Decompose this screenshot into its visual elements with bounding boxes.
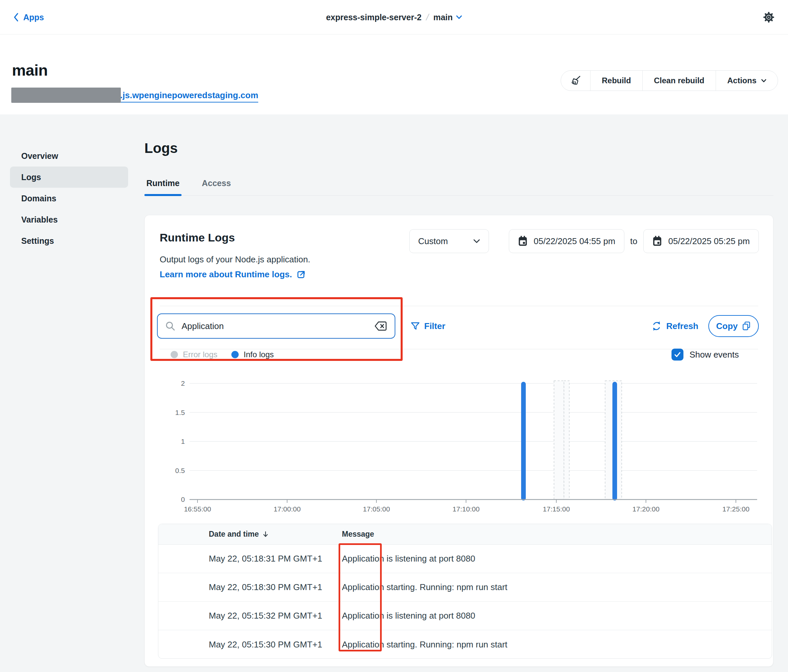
runtime-logs-title: Runtime Logs <box>160 231 235 244</box>
table-row[interactable]: May 22, 05:15:30 PM GMT+1 Application st… <box>158 630 772 659</box>
sidebar-item-logs[interactable]: Logs <box>10 166 128 188</box>
rebuild-button[interactable]: Rebuild <box>591 71 642 90</box>
breadcrumb-app-name: express-simple-server-2 <box>326 13 421 22</box>
x-tick: 17:25:00 <box>722 505 750 513</box>
x-tick: 17:00:00 <box>273 505 301 513</box>
bar-chart-svg: 2 1.5 1 0.5 0 <box>166 374 767 516</box>
runtime-logs-card: Runtime Logs Output logs of your Node.js… <box>145 215 774 667</box>
chevron-down-icon <box>761 79 766 82</box>
calendar-icon <box>652 236 662 247</box>
filter-label: Filter <box>424 321 445 331</box>
environment-header: main .js.wpenginepoweredstaging.com <box>0 35 788 114</box>
x-tick: 16:55:00 <box>184 505 211 513</box>
log-message: Application is listening at port 8080 <box>342 611 772 621</box>
app-logs-page: Apps express-simple-server-2 / main <box>0 0 788 672</box>
logs-table: Date and time Message May 22, 05:18:31 P… <box>158 524 772 659</box>
redaction-overlay <box>11 87 121 103</box>
content-area: Overview Logs Domains Variables Settings… <box>0 114 788 672</box>
x-tick: 17:20:00 <box>632 505 659 513</box>
broom-icon <box>570 75 581 86</box>
search-input[interactable] <box>181 321 374 331</box>
datetime-header-label: Date and time <box>209 530 259 539</box>
filter-funnel-icon <box>410 321 420 331</box>
environment-dropdown[interactable]: main <box>433 13 462 22</box>
search-icon <box>165 321 176 331</box>
gear-icon <box>761 10 776 25</box>
y-tick-1: 1 <box>181 437 185 445</box>
breadcrumb: express-simple-server-2 / main <box>0 0 788 35</box>
time-range-controls: Custom 05/22/2025 04:55 pm <box>409 229 759 253</box>
sidebar-item-variables[interactable]: Variables <box>10 209 128 230</box>
sidebar-item-settings[interactable]: Settings <box>10 230 128 251</box>
range-preset-value: Custom <box>418 236 448 246</box>
environment-url-visible: .js.wpenginepoweredstaging.com <box>120 90 258 100</box>
top-bar: Apps express-simple-server-2 / main <box>0 0 788 35</box>
checkmark-icon <box>673 350 682 359</box>
refresh-button[interactable]: Refresh <box>651 315 698 337</box>
table-row[interactable]: May 22, 05:15:32 PM GMT+1 Application is… <box>158 602 772 630</box>
learn-more-label: Learn more about Runtime logs. <box>160 269 292 280</box>
x-tick: 17:05:00 <box>363 505 390 513</box>
info-logs-label: Info logs <box>244 350 274 359</box>
clean-rebuild-button[interactable]: Clean rebuild <box>643 71 716 90</box>
breadcrumb-separator: / <box>425 12 430 22</box>
chart-legend: Error logs Info logs <box>171 347 274 362</box>
calendar-icon <box>518 236 528 247</box>
range-preset-select[interactable]: Custom <box>409 229 489 253</box>
logs-tabs: Runtime Access <box>145 176 774 196</box>
range-to-value: 05/22/2025 05:25 pm <box>668 236 750 246</box>
error-logs-label: Error logs <box>183 350 218 359</box>
breadcrumb-environment-label: main <box>433 13 453 22</box>
chevron-down-icon <box>473 239 480 244</box>
tab-runtime[interactable]: Runtime <box>145 176 181 195</box>
error-logs-dot-icon <box>171 351 178 358</box>
range-from-value: 05/22/2025 04:55 pm <box>534 236 615 246</box>
info-logs-dot-icon <box>231 351 239 358</box>
runtime-logs-description: Output logs of your Node.js application. <box>160 254 310 265</box>
show-events-label: Show events <box>690 350 739 360</box>
legend-info-logs[interactable]: Info logs <box>231 350 274 359</box>
settings-gear-button[interactable] <box>761 10 776 25</box>
log-datetime: May 22, 05:15:30 PM GMT+1 <box>158 639 342 650</box>
show-events-toggle[interactable]: Show events <box>672 347 739 362</box>
actions-menu-button[interactable]: Actions <box>716 71 778 90</box>
logs-chart: 2 1.5 1 0.5 0 <box>166 374 767 516</box>
y-tick-2: 2 <box>181 379 185 387</box>
learn-more-link[interactable]: Learn more about Runtime logs. <box>160 269 306 280</box>
external-link-icon <box>296 269 306 280</box>
copy-icon <box>742 321 751 331</box>
sort-descending-icon <box>262 531 269 538</box>
table-row[interactable]: May 22, 05:18:30 PM GMT+1 Application st… <box>158 573 772 602</box>
clear-search-button[interactable] <box>374 320 388 332</box>
environment-actions-group: Rebuild Clean rebuild Actions <box>561 70 778 91</box>
table-header-row: Date and time Message <box>158 524 772 545</box>
environment-url-link[interactable]: .js.wpenginepoweredstaging.com <box>12 90 258 103</box>
copy-button[interactable]: Copy <box>709 315 759 337</box>
y-tick-0: 0 <box>181 496 185 503</box>
sidebar-item-overview[interactable]: Overview <box>10 145 128 166</box>
show-events-checkbox[interactable] <box>672 349 683 361</box>
page-title: Logs <box>145 140 178 156</box>
event-band <box>554 381 622 499</box>
column-header-message: Message <box>342 530 772 539</box>
range-from-field[interactable]: 05/22/2025 04:55 pm <box>509 229 624 253</box>
column-header-datetime[interactable]: Date and time <box>158 530 342 539</box>
legend-error-logs[interactable]: Error logs <box>171 350 218 359</box>
refresh-label: Refresh <box>666 321 698 331</box>
log-datetime: May 22, 05:15:32 PM GMT+1 <box>158 611 342 621</box>
range-to-label: to <box>630 236 638 246</box>
environment-url-row: .js.wpenginepoweredstaging.com <box>12 90 258 103</box>
log-message: Application is listening at port 8080 <box>342 553 772 564</box>
table-row[interactable]: May 22, 05:18:31 PM GMT+1 Application is… <box>158 545 772 573</box>
filter-button[interactable]: Filter <box>410 314 445 339</box>
range-to-field[interactable]: 05/22/2025 05:25 pm <box>643 229 759 253</box>
tab-access[interactable]: Access <box>200 176 233 195</box>
environment-sidebar: Overview Logs Domains Variables Settings <box>10 145 128 251</box>
y-tick-1-5: 1.5 <box>175 409 185 416</box>
log-datetime: May 22, 05:18:31 PM GMT+1 <box>158 553 342 564</box>
clean-cache-button[interactable] <box>561 71 590 90</box>
y-tick-0-5: 0.5 <box>175 467 185 474</box>
info-log-bar <box>521 382 526 501</box>
sidebar-item-domains[interactable]: Domains <box>10 188 128 209</box>
x-tick: 17:10:00 <box>453 505 480 513</box>
